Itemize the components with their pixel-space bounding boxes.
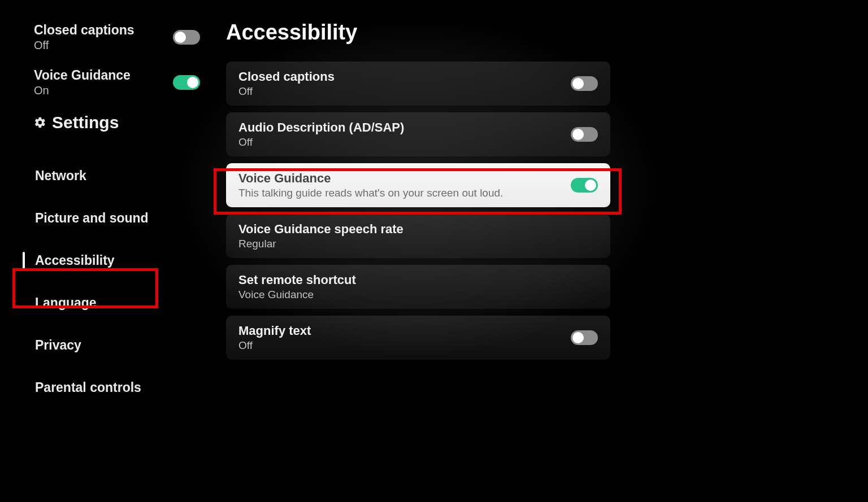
row-audio-description[interactable]: Audio Description (AD/SAP) Off — [226, 112, 610, 156]
row-description: This talking guide reads what's on your … — [238, 187, 503, 199]
sidebar-item-privacy[interactable]: Privacy — [34, 324, 203, 366]
row-value: Off — [238, 339, 311, 352]
row-voice-guidance[interactable]: Voice Guidance This talking guide reads … — [226, 163, 610, 207]
row-title: Magnify text — [238, 324, 311, 338]
sidebar-quick-labels: Voice Guidance On — [34, 68, 131, 97]
row-title: Audio Description (AD/SAP) — [238, 120, 404, 135]
settings-sidebar: Closed captions Off Voice Guidance On Se… — [34, 23, 203, 409]
sidebar-item-label: Accessibility — [35, 253, 115, 268]
sidebar-settings-header: Settings — [34, 113, 203, 132]
row-value: Off — [238, 136, 404, 149]
sidebar-item-label: Picture and sound — [35, 211, 149, 225]
settings-main: Accessibility Closed captions Off Audio … — [226, 20, 610, 366]
toggle-knob — [572, 332, 584, 343]
row-value: Regular — [238, 238, 403, 250]
toggle-knob — [585, 180, 596, 191]
closed-captions-toggle[interactable] — [173, 30, 200, 45]
sidebar-item-language[interactable]: Language — [34, 282, 203, 324]
sidebar-item-parental-controls[interactable]: Parental controls — [34, 366, 203, 409]
row-value: Voice Guidance — [238, 289, 356, 301]
toggle-knob — [572, 129, 584, 140]
row-value: Off — [238, 85, 335, 98]
row-title: Closed captions — [238, 69, 335, 84]
sidebar-quick-labels: Closed captions Off — [34, 23, 134, 52]
sidebar-nav: Network Picture and sound Accessibility … — [34, 155, 203, 409]
row-title: Set remote shortcut — [238, 273, 356, 287]
toggle-knob — [175, 32, 186, 43]
sidebar-quick-value: Off — [34, 39, 134, 52]
row-set-remote-shortcut[interactable]: Set remote shortcut Voice Guidance — [226, 265, 610, 309]
row-labels: Audio Description (AD/SAP) Off — [238, 120, 404, 149]
sidebar-item-picture-and-sound[interactable]: Picture and sound — [34, 197, 203, 239]
sidebar-item-accessibility[interactable]: Accessibility — [34, 239, 203, 282]
sidebar-quick-value: On — [34, 84, 131, 97]
row-labels: Closed captions Off — [238, 69, 335, 98]
voice-guidance-row-toggle[interactable] — [571, 178, 598, 193]
settings-screen: Closed captions Off Voice Guidance On Se… — [0, 0, 868, 502]
page-title: Accessibility — [226, 20, 610, 45]
row-closed-captions[interactable]: Closed captions Off — [226, 62, 610, 106]
sidebar-item-label: Privacy — [35, 338, 81, 352]
voice-guidance-toggle[interactable] — [173, 75, 200, 90]
row-title: Voice Guidance speech rate — [238, 222, 403, 237]
sidebar-item-network[interactable]: Network — [34, 155, 203, 197]
row-magnify-text[interactable]: Magnify text Off — [226, 316, 610, 360]
toggle-knob — [187, 77, 198, 88]
closed-captions-row-toggle[interactable] — [571, 76, 598, 91]
row-voice-guidance-speech-rate[interactable]: Voice Guidance speech rate Regular — [226, 214, 610, 258]
row-labels: Voice Guidance speech rate Regular — [238, 222, 403, 250]
gear-icon — [34, 116, 46, 129]
row-labels: Set remote shortcut Voice Guidance — [238, 273, 356, 301]
sidebar-quick-title: Voice Guidance — [34, 68, 131, 83]
sidebar-item-label: Parental controls — [35, 380, 141, 395]
row-title: Voice Guidance — [238, 171, 503, 186]
toggle-knob — [572, 78, 584, 89]
row-labels: Voice Guidance This talking guide reads … — [238, 171, 503, 199]
sidebar-quick-closed-captions[interactable]: Closed captions Off — [34, 23, 203, 52]
sidebar-quick-title: Closed captions — [34, 23, 134, 38]
row-labels: Magnify text Off — [238, 324, 311, 352]
sidebar-quick-voice-guidance[interactable]: Voice Guidance On — [34, 68, 203, 97]
audio-description-row-toggle[interactable] — [571, 127, 598, 142]
sidebar-item-label: Network — [35, 168, 86, 183]
sidebar-item-label: Language — [35, 295, 97, 310]
sidebar-settings-label: Settings — [52, 113, 119, 132]
magnify-text-row-toggle[interactable] — [571, 330, 598, 345]
